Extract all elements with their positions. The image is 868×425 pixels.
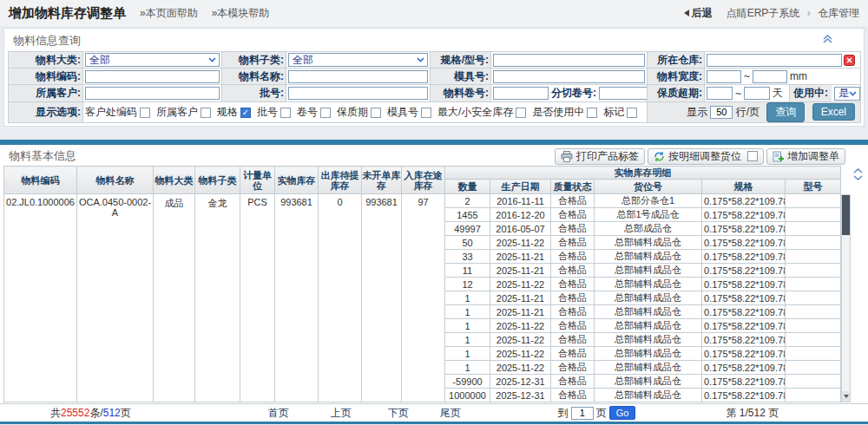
page-indicator: 第 1/512 页 [726,406,779,421]
add-adjustment-label: 增加调整单 [787,149,839,164]
detail-cell: 总部辅料成品仓 [595,347,702,361]
add-adjustment-button[interactable]: 增加调整单 [766,148,845,165]
width-min-input[interactable] [707,70,741,83]
detail-scrollbar[interactable] [841,194,851,402]
display-option-checkbox[interactable] [140,108,150,118]
detail-cell [786,278,841,291]
inuse-select[interactable]: 是 [834,87,860,101]
scrollbar-thumb[interactable] [842,195,850,235]
search-button[interactable]: 查询 [766,102,805,122]
go-button[interactable]: Go [609,406,636,420]
detail-cell: 0.175*58.22*109.78 [702,361,786,375]
detail-cell: 0.175*58.22*109.78 [702,333,786,347]
code-label: 物料编码: [9,69,83,85]
detail-cell [786,250,841,264]
adjust-location-checkbox[interactable] [747,151,758,161]
roll-label: 物料卷号: [431,85,491,102]
detail-cell [786,389,841,402]
detail-col-header: 货位号 [595,180,702,194]
display-option-checkbox[interactable] [320,108,331,118]
back-button[interactable]: 后退 [684,6,713,21]
panel-splitter-icon[interactable] [853,168,863,180]
col-header: 入库在途库存 [402,167,445,194]
prev-page-link[interactable]: 上页 [331,406,352,421]
query-section-title: 物料信息查询 [13,34,81,47]
slit-roll-input[interactable] [599,87,648,100]
adjust-location-label: 按明细调整货位 [668,149,741,164]
page-help-link[interactable]: »本页面帮助 [140,6,198,21]
detail-cell: 0.175*58.22*109.78 [702,291,786,305]
shelf-max-input[interactable] [744,87,770,100]
adjust-location-button[interactable]: 按明细调整货位 [648,148,764,165]
display-option-label: 客户处编码 [85,105,137,120]
roll-input[interactable] [493,87,549,100]
detail-cell [786,305,841,319]
breadcrumb-system[interactable]: 点睛ERP子系统 [727,7,800,19]
last-page-link[interactable]: 尾页 [440,406,461,421]
detail-cell: 1 [445,333,490,347]
name-input[interactable] [288,70,428,83]
page-size-unit: 行/页 [736,106,760,118]
display-option-label: 模具号 [387,105,418,120]
module-help-link[interactable]: »本模块帮助 [212,6,270,21]
display-option: 批号 [257,105,291,120]
customer-input[interactable] [85,87,220,100]
back-label: 后退 [692,6,713,21]
subcategory-select[interactable]: 全部 [288,53,428,67]
display-option: 所属客户 [156,105,211,120]
goto-page-input[interactable] [571,407,594,420]
clear-warehouse-icon[interactable] [844,55,855,66]
detail-cell: 50 [445,236,490,250]
detail-cell: 0.175*58.22*109.78 [702,305,786,319]
display-option-checkbox[interactable] [421,108,431,118]
inventory-section-title: 物料基本信息 [9,148,76,164]
display-option-checkbox[interactable] [627,108,637,118]
detail-cell: 1 [445,347,490,361]
code-input[interactable] [85,70,220,83]
display-option-checkbox[interactable] [280,108,291,118]
page-size-input[interactable] [710,106,733,119]
detail-cell: 合格品 [551,389,595,402]
detail-cell: 合格品 [551,194,595,208]
detail-col-header: 数量 [445,180,490,194]
mold-input[interactable] [493,70,645,83]
total-records: 25552 [61,407,89,419]
shelf-label: 保质超期: [648,85,705,102]
display-option-checkbox[interactable] [516,108,526,118]
shelf-min-input[interactable] [707,87,733,100]
col-header: 物料名称 [77,167,154,194]
width-max-input[interactable] [753,70,787,83]
detail-cell: 1000000 [445,389,490,402]
inuse-label: 使用中: [789,85,832,101]
breadcrumb-location[interactable]: 仓库管理 [818,7,859,19]
detail-cell: 33 [445,250,490,264]
display-option-checkbox[interactable] [371,108,381,118]
detail-cell: 1 [445,305,490,319]
detail-cell: 合格品 [551,236,595,250]
warehouse-input[interactable] [707,54,842,67]
spec-input[interactable] [493,54,645,67]
collapse-up-icon[interactable] [823,35,832,43]
detail-cell [786,375,841,389]
display-option-checkbox[interactable] [201,108,211,118]
detail-cell [786,208,841,222]
display-option: 是否使用中 [532,105,597,120]
category-select[interactable]: 全部 [85,53,220,67]
detail-row[interactable]: 02.JL0.1000006OCA.0450-0002-A成品金龙PCS9936… [4,194,841,208]
detail-cell: 总部成品仓 [595,222,702,236]
display-option-checkbox[interactable] [587,108,597,118]
batch-input[interactable] [288,87,428,100]
first-page-link[interactable]: 首页 [268,406,289,421]
detail-cell: 合格品 [551,264,595,278]
subcategory-select-value: 全部 [293,53,313,68]
detail-cell: 0.175*58.22*109.78 [702,208,786,222]
display-option-label: 保质期 [337,105,368,120]
excel-button[interactable]: Excel [812,103,855,121]
display-option-checkbox[interactable]: ✓ [240,108,251,118]
scrollbar-down-button[interactable] [842,391,850,402]
print-labels-button[interactable]: 打印产品标签 [555,148,645,165]
mold-label: 模具号: [431,69,491,85]
detail-cell: 2025-11-22 [490,347,551,361]
next-page-link[interactable]: 下页 [388,406,409,421]
detail-cell: 2016-12-20 [490,208,551,222]
